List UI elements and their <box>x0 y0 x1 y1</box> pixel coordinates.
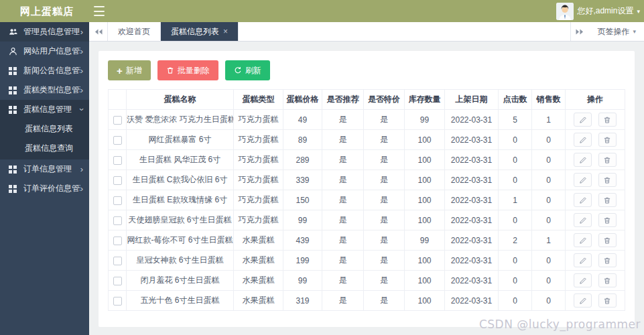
edit-button[interactable] <box>574 153 592 167</box>
table-body: 沃赞 爱意浓浓 巧克力生日蛋糕巧克力蛋糕49是是992022-03-3151 网… <box>109 110 625 311</box>
row-checkbox[interactable] <box>113 136 122 145</box>
edit-button[interactable] <box>574 113 592 127</box>
row-checkbox[interactable] <box>113 277 122 285</box>
edit-button[interactable] <box>574 273 592 287</box>
cell-price: 339 <box>283 170 322 190</box>
cell-type: 巧克力蛋糕 <box>234 110 283 130</box>
add-button[interactable]: + 新增 <box>108 60 151 80</box>
pencil-icon <box>579 156 587 164</box>
cell-stock: 100 <box>405 150 445 170</box>
cell-operations <box>566 150 625 170</box>
cell-recommended: 是 <box>322 291 364 311</box>
sidebar-item-orders[interactable]: 订单信息管理 › <box>0 159 89 179</box>
cell-clicks: 2 <box>499 230 532 251</box>
row-checkbox[interactable] <box>113 216 122 225</box>
tab-operations-label: 页签操作 <box>597 26 629 38</box>
sidebar-item-cake-info[interactable]: 蛋糕信息管理 › <box>0 100 89 119</box>
cell-clicks: 0 <box>499 271 532 291</box>
sidebar-item-news[interactable]: 新闻公告信息管理 › <box>0 61 89 80</box>
delete-button[interactable] <box>598 153 617 167</box>
edit-button[interactable] <box>574 253 592 267</box>
delete-button[interactable] <box>598 253 617 267</box>
sidebar-subitem-cake-list[interactable]: 蛋糕信息列表 <box>0 119 89 139</box>
edit-button[interactable] <box>574 173 592 187</box>
cell-name: 生日蛋糕 风华正茂 6寸 <box>127 150 234 170</box>
delete-button[interactable] <box>598 173 617 187</box>
tab-label: 欢迎首页 <box>118 26 150 38</box>
tab-operations-dropdown[interactable]: 页签操作 ▾ <box>589 22 644 41</box>
row-checkbox[interactable] <box>113 297 122 306</box>
grid-icon <box>8 185 17 193</box>
tab-cake-list[interactable]: 蛋糕信息列表 × <box>161 22 239 41</box>
trash-icon <box>603 196 611 204</box>
cell-name: 生日蛋糕 C款我心依旧 6寸 <box>127 170 234 190</box>
cell-recommended: 是 <box>322 150 364 170</box>
row-checkbox[interactable] <box>113 176 122 185</box>
edit-button[interactable] <box>574 213 592 227</box>
cell-clicks: 5 <box>499 110 532 130</box>
delete-button[interactable] <box>598 113 617 127</box>
column-header: 是否特价 <box>364 90 405 110</box>
cell-checkbox <box>109 110 127 130</box>
row-checkbox[interactable] <box>113 257 122 265</box>
cell-sales: 0 <box>532 170 566 190</box>
close-icon[interactable]: × <box>223 27 228 36</box>
tab-welcome[interactable]: 欢迎首页 <box>108 22 161 41</box>
cell-type: 巧克力蛋糕 <box>234 210 283 230</box>
cell-checkbox <box>109 130 127 150</box>
table-row: 生日蛋糕 C款我心依旧 6寸巧克力蛋糕339是是1002022-03-3100 <box>109 170 625 190</box>
batch-delete-button[interactable]: 批量删除 <box>157 60 218 80</box>
delete-button[interactable] <box>598 293 617 308</box>
cell-sales: 0 <box>532 251 566 271</box>
cell-recommended: 是 <box>322 110 364 130</box>
trash-icon <box>603 116 611 124</box>
user-dropdown[interactable]: 您好,admin设置 ▾ <box>556 0 640 22</box>
scroll-tabs-right-button[interactable] <box>570 22 589 41</box>
row-checkbox[interactable] <box>113 237 122 245</box>
cell-checkbox <box>109 190 127 210</box>
sidebar-item-site-users[interactable]: 网站用户信息管理 › <box>0 42 89 61</box>
cell-name: 生日蛋糕 E款玫瑰情缘 6寸 <box>127 190 234 210</box>
cell-price: 89 <box>283 130 322 150</box>
tab-bar: 欢迎首页 蛋糕信息列表 × 页签操作 ▾ <box>89 22 644 42</box>
user-greeting: 您好,admin设置 <box>577 5 633 17</box>
sidebar-item-admin-info[interactable]: 管理员信息管理 › <box>0 22 89 42</box>
trash-icon <box>166 66 174 74</box>
table-row: 生日蛋糕 E款玫瑰情缘 6寸巧克力蛋糕150是是1002022-03-3110 <box>109 190 625 210</box>
delete-button[interactable] <box>598 233 617 247</box>
delete-button[interactable] <box>598 213 617 227</box>
double-arrow-right-icon <box>576 29 584 35</box>
hamburger-menu-icon[interactable] <box>94 6 105 16</box>
cell-stock: 100 <box>405 291 445 311</box>
row-checkbox[interactable] <box>113 196 122 205</box>
cell-type: 水果蛋糕 <box>234 230 283 251</box>
trash-icon <box>603 257 611 265</box>
cell-type: 水果蛋糕 <box>234 291 283 311</box>
refresh-button[interactable]: 刷新 <box>225 60 270 80</box>
table-row: 沃赞 爱意浓浓 巧克力生日蛋糕巧克力蛋糕49是是992022-03-3151 <box>109 110 625 130</box>
edit-button[interactable] <box>574 293 592 308</box>
cell-name: 天使翅膀皇冠款 6寸生日蛋糕 <box>127 210 234 230</box>
sidebar-subitem-cake-query[interactable]: 蛋糕信息查询 <box>0 139 89 158</box>
row-checkbox[interactable] <box>113 116 122 125</box>
sidebar-item-order-reviews[interactable]: 订单评价信息管理 › <box>0 179 89 198</box>
cell-operations <box>566 291 625 311</box>
edit-button[interactable] <box>574 193 592 207</box>
edit-button[interactable] <box>574 233 592 247</box>
pencil-icon <box>579 237 587 245</box>
sidebar: 管理员信息管理 › 网站用户信息管理 › 新闻公告信息管理 › 蛋糕类型信息管理… <box>0 22 89 335</box>
grid-icon <box>8 106 17 114</box>
row-checkbox[interactable] <box>113 156 122 165</box>
person-icon <box>8 47 17 56</box>
edit-button[interactable] <box>574 133 592 147</box>
scroll-tabs-left-button[interactable] <box>89 22 108 41</box>
sidebar-item-cake-types[interactable]: 蛋糕类型信息管理 › <box>0 80 89 100</box>
trash-icon <box>603 277 611 285</box>
cell-stock: 100 <box>405 251 445 271</box>
delete-button[interactable] <box>598 133 617 147</box>
delete-button[interactable] <box>598 273 617 287</box>
trash-icon <box>603 216 611 224</box>
cell-date: 2022-03-31 <box>445 190 499 210</box>
column-header: 上架日期 <box>445 90 499 110</box>
delete-button[interactable] <box>598 193 617 207</box>
